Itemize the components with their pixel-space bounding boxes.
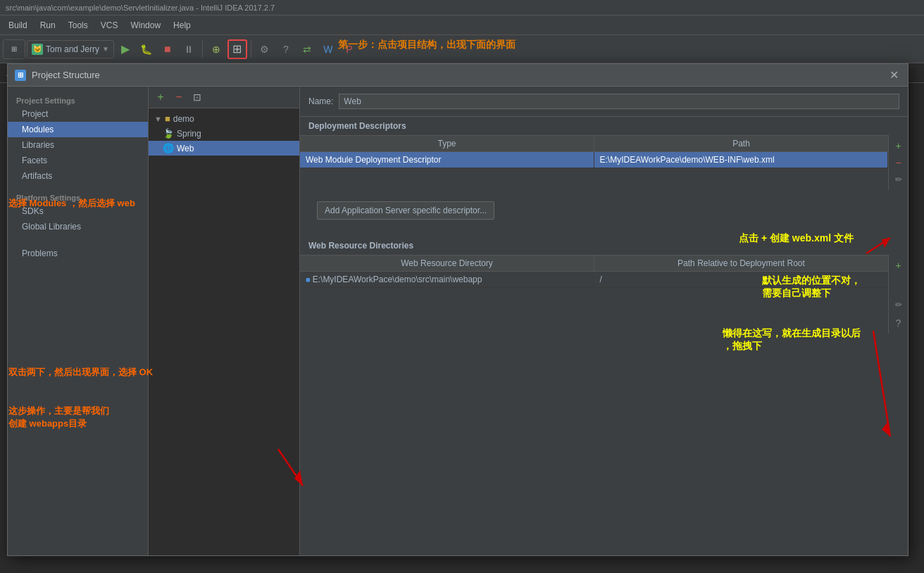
sidebar-item-facets[interactable]: Facets (8, 153, 148, 168)
project-settings-label: Project Settings (8, 92, 148, 106)
sidebar-item-artifacts[interactable]: Artifacts (8, 168, 148, 184)
edit-descriptor-btn[interactable]: ✏ (891, 172, 906, 187)
run-config-dropdown[interactable]: 🐱 Tom and Jerry ▼ (27, 40, 114, 58)
web-resource-dir-header: Web Resource Directory (300, 256, 594, 271)
modules-tree-panel: + − ⊡ ▼ ■ demo 🍃 Spring 🌐 (149, 87, 300, 555)
menu-bar: Build Run Tools VCS Window Help (0, 15, 924, 35)
deployment-table-header: Type Path (300, 135, 888, 152)
web-resource-table-header: Web Resource Directory Path Relative to … (300, 255, 888, 272)
ppt-button[interactable]: P (339, 39, 359, 59)
tree-item-spring[interactable]: 🍃 Spring (149, 126, 299, 141)
sidebar-item-libraries[interactable]: Libraries (8, 137, 148, 153)
web-icon: 🌐 (163, 143, 174, 153)
word-button[interactable]: W (318, 39, 338, 59)
pause-button[interactable]: ⏸ (179, 39, 199, 59)
sidebar: Project Settings Project Modules Librari… (8, 87, 149, 555)
sidebar-item-problems[interactable]: Problems (8, 246, 148, 261)
menu-tools[interactable]: Tools (63, 18, 94, 32)
debug-button[interactable]: 🐛 (137, 39, 156, 59)
add-server-btn[interactable]: Add Application Server specific descript… (317, 201, 494, 220)
tree-content: ▼ ■ demo 🍃 Spring 🌐 Web (149, 108, 299, 555)
tree-item-demo[interactable]: ▼ ■ demo (149, 111, 299, 126)
deployment-descriptors-title: Deployment Descriptors (300, 117, 908, 135)
toolbar-annotation: 第一步：点击项目结构，出现下面的界面 (338, 39, 516, 51)
web-resource-dir-icon: ■ (306, 275, 313, 284)
tree-item-demo-label: demo (173, 114, 194, 124)
main-content: Name: Deployment Descriptors Type Path W… (300, 87, 908, 555)
web-resource-dir-cell: ■ E:\MyIDEAWorkPace\demo\src\main\webapp (300, 272, 594, 287)
help-button[interactable]: ? (276, 39, 296, 59)
toolbar-separator-1 (202, 41, 203, 58)
folder-icon: ■ (165, 113, 170, 124)
tree-item-web-label: Web (177, 144, 194, 153)
menu-help[interactable]: Help (168, 18, 196, 32)
toolbar-separator-2 (251, 41, 251, 58)
add-descriptor-btn[interactable]: + (891, 138, 906, 153)
tree-copy-btn[interactable]: ⊡ (189, 89, 205, 105)
toolbar-badge: ⊞ (3, 39, 25, 59)
tree-item-spring-label: Spring (177, 129, 201, 139)
dropdown-arrow-icon: ▼ (102, 45, 109, 53)
title-text: src\main\java\com\example\demo\ServletIn… (6, 4, 275, 12)
dialog-title-text: Project Structure (32, 70, 100, 80)
dialog-title-row: ⊞ Project Structure (15, 70, 100, 81)
toolbar: ⊞ 🐱 Tom and Jerry ▼ ▶ 🐛 ■ ⏸ ⊕ ⊞ ⚙ ? ⇄ W … (0, 35, 924, 63)
dialog-body: Project Settings Project Modules Librari… (8, 87, 908, 555)
table-row[interactable]: Web Module Deployment Descriptor E:\MyID… (300, 152, 888, 168)
dialog-icon: ⊞ (15, 70, 26, 81)
name-label: Name: (308, 96, 333, 106)
double-click-annotation: 双击两下，然后出现界面，选择 OK (8, 366, 153, 379)
dialog-titlebar: ⊞ Project Structure ✕ (8, 64, 908, 87)
deployment-descriptors-section: Deployment Descriptors Type Path Web Mod… (300, 117, 908, 190)
menu-window[interactable]: Window (125, 18, 166, 32)
menu-vcs[interactable]: VCS (95, 18, 124, 32)
tree-expand-icon: ▼ (154, 115, 162, 123)
deployment-table: Type Path Web Module Deployment Descript… (300, 135, 888, 190)
stop-button[interactable]: ■ (158, 39, 177, 59)
menu-run[interactable]: Run (35, 18, 61, 32)
path-cell: E:\MyIDEAWorkPace\demo\WEB-INF\web.xml (594, 152, 889, 168)
run-config-name: Tom and Jerry (46, 44, 99, 54)
project-structure-dialog: ⊞ Project Structure ✕ Project Settings P… (7, 63, 909, 556)
project-structure-button[interactable]: ⊞ (227, 39, 247, 59)
add-server-section: Add Application Server specific descript… (300, 190, 908, 231)
path-column-header: Path (594, 136, 888, 151)
name-row: Name: (300, 87, 908, 117)
drag-annotation: 懒得在这写，就在生成目录以后 ，拖拽下 (723, 327, 861, 353)
modules-annotation: 选择 Modules ，然后选择 web (8, 197, 135, 210)
type-column-header: Type (300, 136, 594, 151)
tree-toolbar: + − ⊡ (149, 87, 299, 108)
create-xml-annotation: 点击 + 创建 web.xml 文件 (739, 232, 854, 245)
add-web-resource-btn[interactable]: + (891, 258, 906, 273)
tree-add-btn[interactable]: + (153, 89, 168, 105)
sync-button[interactable]: ⇄ (297, 39, 317, 59)
sidebar-item-modules[interactable]: Modules (8, 122, 148, 137)
sidebar-item-project[interactable]: Project (8, 106, 148, 122)
help-web-resource-btn[interactable]: ? (891, 315, 906, 331)
sidebar-item-global-libraries[interactable]: Global Libraries (8, 219, 148, 234)
remove-descriptor-btn[interactable]: − (891, 155, 906, 170)
name-input[interactable] (339, 94, 899, 109)
tree-item-web[interactable]: 🌐 Web (149, 141, 299, 156)
web-resource-dir-label: E:\MyIDEAWorkPace\demo\src\main\webapp (313, 275, 482, 284)
run-button[interactable]: ▶ (116, 39, 135, 59)
settings-button[interactable]: ⚙ (255, 39, 275, 59)
deployment-table-container: Type Path Web Module Deployment Descript… (300, 135, 908, 190)
webapp-annotation: 这步操作，主要是帮我们 创建 webapps目录 (8, 405, 109, 430)
run-config-icon: 🐱 (32, 44, 43, 55)
position-annotation: 默认生成的位置不对， 需要自己调整下 (762, 275, 861, 300)
title-bar: src\main\java\com\example\demo\ServletIn… (0, 0, 924, 15)
project-structure-icon: ⊞ (232, 42, 242, 56)
dialog-close-button[interactable]: ✕ (887, 68, 901, 82)
spring-icon: 🍃 (163, 128, 174, 139)
type-cell: Web Module Deployment Descriptor (300, 152, 594, 168)
edit-web-resource-btn[interactable]: ✏ (891, 297, 906, 313)
tree-remove-btn[interactable]: − (171, 89, 187, 105)
menu-build[interactable]: Build (3, 18, 33, 32)
relative-path-header: Path Relative to Deployment Root (594, 256, 888, 271)
deployment-action-bar: + − ✏ (888, 135, 908, 190)
web-resource-action-bar: + ✏ ? (888, 255, 908, 334)
coverage-button[interactable]: ⊕ (206, 39, 226, 59)
